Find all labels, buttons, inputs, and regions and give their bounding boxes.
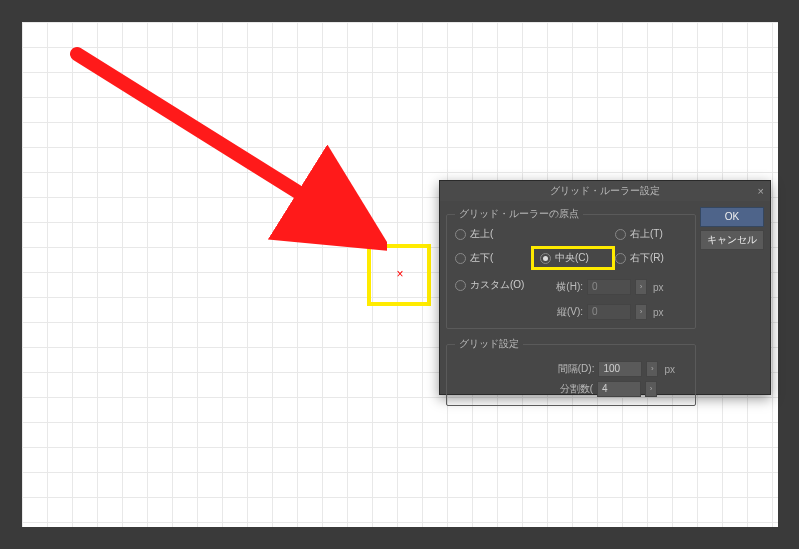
cancel-button[interactable]: キャンセル xyxy=(700,230,764,250)
radio-center[interactable]: 中央(C) xyxy=(531,246,615,270)
v-label: 縦(V): xyxy=(535,305,583,319)
division-stepper[interactable]: › xyxy=(645,381,657,397)
spacing-unit: px xyxy=(664,364,675,375)
spacing-label: 間隔(D): xyxy=(534,362,594,376)
radio-top-left[interactable]: 左上( xyxy=(455,227,535,241)
spacing-input[interactable]: 100 xyxy=(598,361,642,377)
origin-fieldset: グリッド・ルーラーの原点 左上( 右上(T) 左下( 中央(C) 右下(R) カ… xyxy=(446,207,696,329)
v-input[interactable]: 0 xyxy=(587,304,631,320)
v-unit: px xyxy=(653,307,664,318)
grid-fieldset: グリッド設定 間隔(D): 100 › px 分割数( 4 › xyxy=(446,337,696,406)
h-stepper[interactable]: › xyxy=(635,279,647,295)
dialog-titlebar[interactable]: グリッド・ルーラー設定 × xyxy=(440,181,770,201)
radio-custom[interactable]: カスタム(O) xyxy=(455,278,535,292)
h-input[interactable]: 0 xyxy=(587,279,631,295)
radio-bottom-right[interactable]: 右下(R) xyxy=(615,251,685,265)
dialog-title-text: グリッド・ルーラー設定 xyxy=(550,185,660,196)
division-input[interactable]: 4 xyxy=(597,381,641,397)
spacing-stepper[interactable]: › xyxy=(646,361,658,377)
annotation-highlight-center xyxy=(367,244,431,306)
radio-bottom-left[interactable]: 左下( xyxy=(455,251,535,265)
close-icon[interactable]: × xyxy=(758,181,764,201)
ok-button[interactable]: OK xyxy=(700,207,764,227)
h-unit: px xyxy=(653,282,664,293)
radio-top-right[interactable]: 右上(T) xyxy=(615,227,685,241)
origin-legend: グリッド・ルーラーの原点 xyxy=(455,207,583,221)
grid-ruler-settings-dialog: グリッド・ルーラー設定 × グリッド・ルーラーの原点 左上( 右上(T) 左下(… xyxy=(439,180,771,395)
v-stepper[interactable]: › xyxy=(635,304,647,320)
grid-legend: グリッド設定 xyxy=(455,337,523,351)
division-label: 分割数( xyxy=(533,382,593,396)
annotation-arrow xyxy=(57,34,387,264)
h-label: 横(H): xyxy=(535,280,583,294)
